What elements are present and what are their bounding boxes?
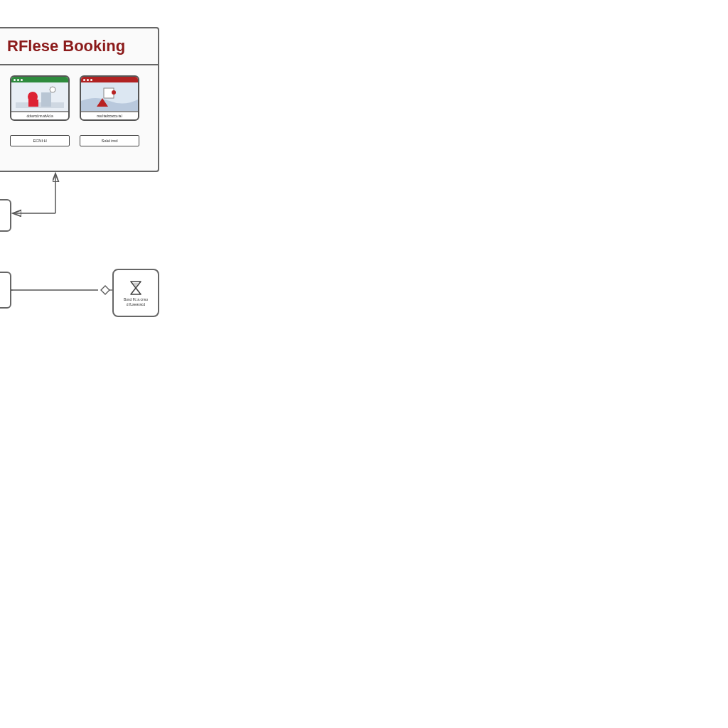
card-a-caption: ddsurcd.nn.ahAd.a xyxy=(11,112,68,119)
card-b-caption: rssd tadccacco.ta.l xyxy=(81,112,138,119)
svg-point-7 xyxy=(112,90,116,95)
button-b[interactable]: Sa'el inrd xyxy=(80,135,139,146)
guidance-node-line1: Bosd ffc a.cnso xyxy=(122,298,150,302)
hourglass-icon xyxy=(127,279,144,296)
booking-container: RFlese Booking ddsurcd.nn.ahAd.a xyxy=(0,27,159,172)
title-bar: RFlese Booking xyxy=(0,28,158,65)
container-body: ddsurcd.nn.ahAd.a rssd tadccacco.ta.l xyxy=(0,65,158,171)
offscreen-node-lower xyxy=(0,272,11,309)
card-a-illustration xyxy=(11,82,68,112)
button-a[interactable]: ECNI:H xyxy=(10,135,70,146)
window-chrome-red xyxy=(81,77,138,82)
screen-card-a: ddsurcd.nn.ahAd.a xyxy=(10,75,70,121)
offscreen-node-upper xyxy=(0,199,11,232)
guidance-node: Bosd ffc a.cnso d.fLaearacd xyxy=(112,269,159,317)
screen-card-b: rssd tadccacco.ta.l xyxy=(80,75,139,121)
svg-rect-3 xyxy=(41,92,51,107)
svg-point-4 xyxy=(50,87,55,92)
window-chrome-green xyxy=(11,77,68,82)
svg-rect-2 xyxy=(28,100,38,107)
card-b-illustration xyxy=(81,82,138,112)
diagram-canvas: RFlese Booking ddsurcd.nn.ahAd.a xyxy=(0,0,728,728)
container-title: RFlese Booking xyxy=(7,37,125,55)
svg-rect-0 xyxy=(16,102,64,108)
guidance-node-line2: d.fLaearacd xyxy=(124,303,147,307)
